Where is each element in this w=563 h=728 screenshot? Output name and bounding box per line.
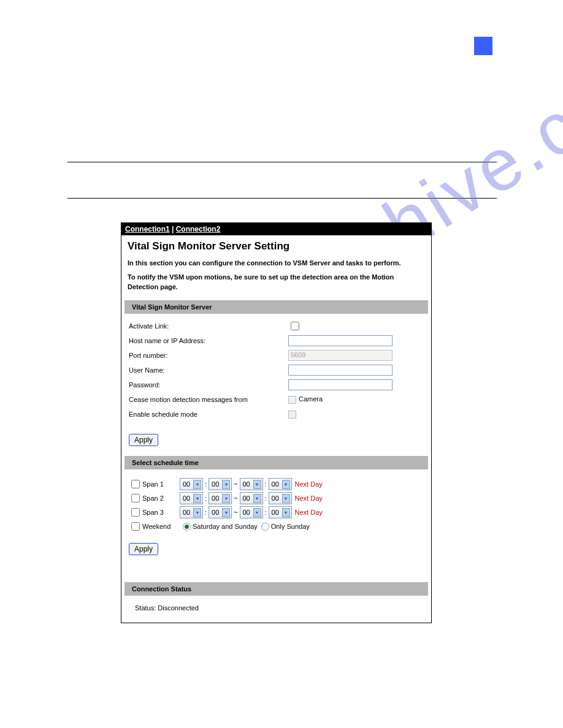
input-password[interactable] <box>288 379 393 390</box>
settings-panel: Connection1 | Connection2 Vital Sign Mon… <box>121 222 432 623</box>
tab-bar: Connection1 | Connection2 <box>121 223 431 235</box>
divider-mid <box>67 198 497 199</box>
dropdown-span1-start-hour[interactable]: 00▾ <box>180 478 203 490</box>
checkbox-camera <box>288 396 296 404</box>
label-password: Password: <box>129 381 288 389</box>
chevron-down-icon: ▾ <box>222 480 230 489</box>
chevron-down-icon: ▾ <box>222 494 230 503</box>
radio-saturday-sunday[interactable] <box>183 523 191 531</box>
time-colon: : <box>265 495 267 502</box>
chevron-down-icon: ▾ <box>193 508 201 517</box>
apply-button-2[interactable]: Apply <box>129 543 158 555</box>
chevron-down-icon: ▾ <box>193 494 201 503</box>
label-only-sunday: Only Sunday <box>271 523 310 530</box>
dropdown-span3-start-hour[interactable]: 00▾ <box>180 506 203 518</box>
input-username[interactable] <box>288 365 393 376</box>
chevron-down-icon: ▾ <box>253 508 261 517</box>
label-cease-motion: Cease motion detection messages from <box>129 396 288 403</box>
chevron-down-icon: ▾ <box>282 494 290 503</box>
dropdown-span1-start-min[interactable]: 00▾ <box>209 478 232 490</box>
time-colon: : <box>265 480 267 488</box>
label-saturday-sunday: Saturday and Sunday <box>193 523 258 530</box>
time-tilde: ~ <box>234 509 237 516</box>
label-next-day-1: Next Day <box>295 480 323 488</box>
schedule-fields: Span 1 00▾ : 00▾ ~ 00▾ : 00▾ Next Day Sp… <box>121 469 431 538</box>
dropdown-span3-start-min[interactable]: 00▾ <box>209 506 232 518</box>
section-header-vsm-server: Vital Sign Monitor Server <box>124 300 428 314</box>
time-colon: : <box>205 480 207 488</box>
section-header-connection-status: Connection Status <box>124 582 428 596</box>
tab-separator: | <box>170 225 176 233</box>
schedule-row-span1: Span 1 00▾ : 00▾ ~ 00▾ : 00▾ Next Day <box>129 478 425 490</box>
vsm-server-fields: Activate Link: Host name or IP Address: … <box>121 314 431 429</box>
label-span2: Span 2 <box>142 495 179 502</box>
checkbox-weekend[interactable] <box>131 522 140 531</box>
dropdown-span2-start-min[interactable]: 00▾ <box>209 492 232 504</box>
chevron-down-icon: ▾ <box>253 480 261 489</box>
schedule-row-span2: Span 2 00▾ : 00▾ ~ 00▾ : 00▾ Next Day <box>129 492 425 504</box>
chevron-down-icon: ▾ <box>253 494 261 503</box>
time-colon: : <box>205 509 207 516</box>
dropdown-span1-end-min[interactable]: 00▾ <box>269 478 292 490</box>
tab-connection1[interactable]: Connection1 <box>125 225 170 233</box>
page-corner-marker <box>474 37 492 55</box>
label-weekend: Weekend <box>142 523 179 530</box>
schedule-row-weekend: Weekend Saturday and Sunday Only Sunday <box>129 520 425 533</box>
intro-text-1: In this section you can configure the co… <box>121 256 431 270</box>
chevron-down-icon: ▾ <box>222 508 230 517</box>
checkbox-activate-link[interactable] <box>291 322 299 330</box>
label-span1: Span 1 <box>142 480 179 488</box>
checkbox-span1[interactable] <box>131 480 140 488</box>
dropdown-span2-end-hour[interactable]: 00▾ <box>240 492 263 504</box>
chevron-down-icon: ▾ <box>193 480 201 489</box>
radio-only-sunday[interactable] <box>261 523 269 531</box>
tab-connection2[interactable]: Connection2 <box>176 225 221 233</box>
dropdown-span3-end-hour[interactable]: 00▾ <box>240 506 263 518</box>
dropdown-span2-end-min[interactable]: 00▾ <box>269 492 292 504</box>
time-colon: : <box>265 509 267 516</box>
label-username: User Name: <box>129 366 288 374</box>
section-header-schedule: Select schedule time <box>124 456 428 469</box>
time-colon: : <box>205 495 207 502</box>
intro-text-2: To notify the VSM upon motions, be sure … <box>121 270 431 294</box>
page-title: Vital Sign Monitor Server Setting <box>121 235 431 256</box>
checkbox-enable-schedule <box>288 411 296 419</box>
label-next-day-2: Next Day <box>295 495 323 502</box>
label-port: Port number: <box>129 352 288 359</box>
time-tilde: ~ <box>234 480 237 488</box>
schedule-row-span3: Span 3 00▾ : 00▾ ~ 00▾ : 00▾ Next Day <box>129 506 425 518</box>
checkbox-span2[interactable] <box>131 494 140 502</box>
label-activate-link: Activate Link: <box>129 322 288 330</box>
apply-button-1[interactable]: Apply <box>129 434 158 446</box>
label-camera: Camera <box>299 395 323 403</box>
status-text: Status: Disconnected <box>121 596 431 623</box>
dropdown-span3-end-min[interactable]: 00▾ <box>269 506 292 518</box>
chevron-down-icon: ▾ <box>282 508 290 517</box>
label-span3: Span 3 <box>142 509 179 516</box>
time-tilde: ~ <box>234 495 237 502</box>
dropdown-span1-end-hour[interactable]: 00▾ <box>240 478 263 490</box>
input-port: 5609 <box>288 350 393 361</box>
label-host: Host name or IP Address: <box>129 337 288 344</box>
label-next-day-3: Next Day <box>295 509 323 516</box>
checkbox-span3[interactable] <box>131 508 140 517</box>
label-enable-schedule: Enable schedule mode <box>129 411 288 418</box>
divider-top <box>67 162 497 162</box>
chevron-down-icon: ▾ <box>282 480 290 489</box>
input-host[interactable] <box>288 335 393 346</box>
dropdown-span2-start-hour[interactable]: 00▾ <box>180 492 203 504</box>
